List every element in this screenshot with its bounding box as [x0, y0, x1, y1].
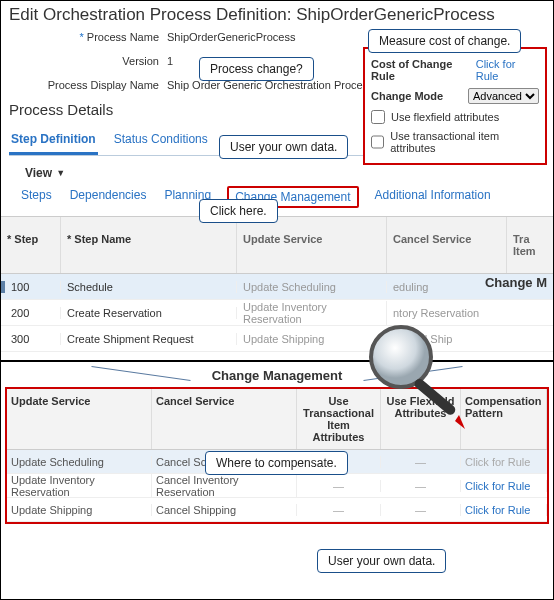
callout-own-data-1: User your own data.: [219, 135, 348, 159]
view-label: View: [25, 166, 52, 180]
transactional-label: Use transactional item attributes: [390, 130, 539, 154]
transactional-checkbox-row[interactable]: Use transactional item attributes: [369, 127, 541, 157]
cost-rule-link[interactable]: Click for Rule: [476, 58, 539, 82]
cell-step-name: Create Shipment Request: [61, 333, 237, 345]
version-value: 1: [167, 55, 173, 67]
grid-super-header: Change M: [485, 275, 547, 290]
tab-status-conditions[interactable]: Status Conditions: [112, 126, 210, 155]
table-row[interactable]: Update Inventory ReservationCancel Inven…: [7, 474, 547, 498]
cell-tia: —: [297, 480, 381, 492]
cost-rule-label: Cost of Change Rule: [371, 58, 476, 82]
col-tra-item: TraItem: [507, 217, 553, 273]
callout-own-data-2: User your own data.: [317, 549, 446, 573]
compensation-link[interactable]: Click for Rule: [461, 480, 547, 492]
col-cancel-service: Cancel Service: [387, 217, 507, 273]
col-update-service: Update Service: [237, 217, 387, 273]
page-title: Edit Orchestration Process Definition: S…: [1, 1, 553, 29]
cell-step: 100: [1, 281, 61, 293]
cell-flex: —: [381, 456, 461, 468]
process-name-value: ShipOrderGenericProcess: [167, 31, 295, 43]
flexfield-checkbox[interactable]: [371, 110, 385, 124]
cell-cancel: Cancel Inventory Reservation: [152, 474, 297, 498]
table-row[interactable]: 100ScheduleUpdate Schedulingeduling: [1, 274, 553, 300]
process-name-label: Process Name: [9, 31, 159, 43]
grid-header-row: * Step * Step Name Update Service Cancel…: [1, 217, 553, 274]
cell-update: Update Shipping: [7, 504, 152, 516]
view-menu[interactable]: View ▼: [25, 166, 553, 180]
flexfield-checkbox-row[interactable]: Use flexfield attributes: [369, 107, 541, 127]
svg-rect-1: [413, 377, 458, 417]
cell-update: Update Scheduling: [7, 456, 152, 468]
change-mode-label: Change Mode: [371, 90, 443, 102]
cell-step: 300: [1, 333, 61, 345]
subtab-steps[interactable]: Steps: [19, 186, 54, 208]
svg-point-0: [371, 327, 431, 387]
cell-step: 200: [1, 307, 61, 319]
callout-process-change: Process change?: [199, 57, 314, 81]
cell-flex: —: [381, 504, 461, 516]
cell-tia: —: [297, 504, 381, 516]
table-row[interactable]: Update ShippingCancel Shipping——Click fo…: [7, 498, 547, 522]
change-mode-select[interactable]: Advanced: [468, 88, 539, 104]
cell-flex: —: [381, 480, 461, 492]
compensation-link[interactable]: Click for Rule: [461, 504, 547, 516]
col-update-service-2: Update Service: [7, 389, 152, 449]
callout-measure: Measure cost of change.: [368, 29, 521, 53]
magnifier-icon: [359, 319, 479, 441]
cell-cancel-service: ntory Reservation: [387, 307, 553, 319]
chevron-down-icon: ▼: [56, 168, 65, 178]
callout-where-compensate: Where to compensate.: [205, 451, 348, 475]
cell-step-name: Schedule: [61, 281, 237, 293]
callout-click-here: Click here.: [199, 199, 278, 223]
cell-step-name: Create Reservation: [61, 307, 237, 319]
cell-cancel: Cancel Shipping: [152, 504, 297, 516]
change-config-panel: Cost of Change Rule Click for Rule Chang…: [363, 47, 547, 165]
flexfield-label: Use flexfield attributes: [391, 111, 499, 123]
col-step-name: * Step Name: [61, 217, 237, 273]
col-step: * Step: [1, 217, 61, 273]
display-name-label: Process Display Name: [9, 79, 159, 91]
version-label: Version: [9, 55, 159, 67]
cell-update: Update Inventory Reservation: [7, 474, 152, 498]
col-cancel-service-2: Cancel Service: [152, 389, 297, 449]
tab-step-definition[interactable]: Step Definition: [9, 126, 98, 155]
subtab-additional-info[interactable]: Additional Information: [373, 186, 493, 208]
compensation-link: Click for Rule: [461, 456, 547, 468]
transactional-checkbox[interactable]: [371, 135, 384, 149]
subtab-dependencies[interactable]: Dependencies: [68, 186, 149, 208]
cell-update-service: Update Scheduling: [237, 281, 387, 293]
